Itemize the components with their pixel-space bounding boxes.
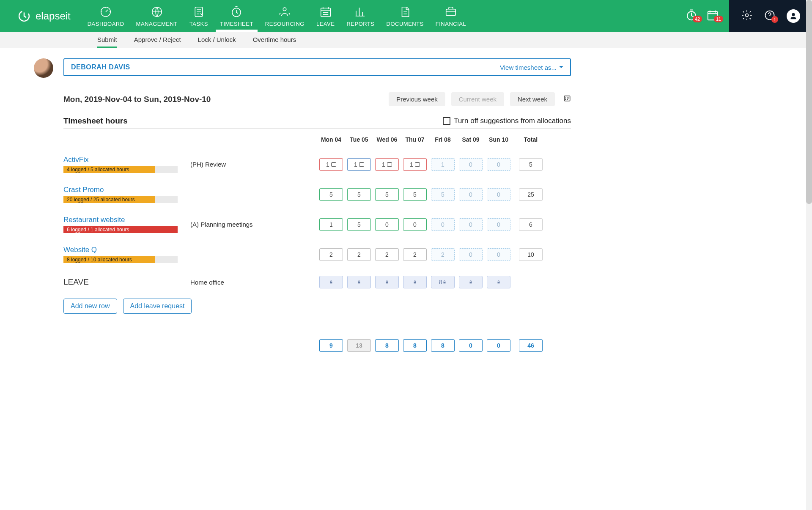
day-sum: 0 xyxy=(487,339,510,352)
nav-tasks[interactable]: TASKS xyxy=(189,5,208,30)
nav-leave[interactable]: LEAVE xyxy=(316,5,335,30)
hour-cell[interactable]: 2 xyxy=(319,248,343,261)
hour-cell[interactable]: 1 xyxy=(403,158,427,171)
project-link[interactable]: ActivFix xyxy=(63,156,89,164)
hour-cell[interactable]: 5 xyxy=(431,188,455,201)
hour-cell[interactable]: 2 xyxy=(375,248,399,261)
nav-resourcing[interactable]: RESOURCING xyxy=(265,5,304,30)
topbar-dark-zone: 1 xyxy=(729,0,812,32)
subtab-overtime-hours[interactable]: Overtime hours xyxy=(253,33,296,48)
hour-cell[interactable]: 0 xyxy=(403,218,427,231)
hour-cell[interactable]: 0 xyxy=(487,158,510,171)
hour-cell[interactable]: 1 xyxy=(375,158,399,171)
hour-cell[interactable]: 0 xyxy=(487,218,510,231)
nav-label: MANAGEMENT xyxy=(136,21,178,27)
hour-cell[interactable]: 0 xyxy=(487,188,510,201)
hour-cell[interactable]: 2 xyxy=(431,248,455,261)
view-timesheet-as-dropdown[interactable]: View timesheet as... xyxy=(500,64,563,71)
nav-label: DASHBOARD xyxy=(88,21,124,27)
day-header: Mon 04 xyxy=(317,136,345,143)
day-sum: 8 xyxy=(403,339,427,352)
brand-text: elapseit xyxy=(36,10,71,22)
day-header: Wed 06 xyxy=(373,136,401,143)
nav-reports[interactable]: REPORTS xyxy=(346,5,374,30)
subtab-approve-reject[interactable]: Approve / Reject xyxy=(134,33,181,48)
scrollbar[interactable] xyxy=(806,0,812,377)
svg-rect-15 xyxy=(568,98,569,99)
hour-cell[interactable]: 1 xyxy=(347,158,371,171)
suggestions-checkbox[interactable]: Turn off suggestions from allocations xyxy=(443,117,571,125)
timer-icon[interactable]: 42 xyxy=(685,9,698,23)
nav-label: TIMESHEET xyxy=(220,21,253,27)
nav-documents[interactable]: DOCUMENTS xyxy=(387,5,424,30)
nav-label: FINANCIAL xyxy=(436,21,466,27)
allocation-bar: 20 logged / 25 allocated hours xyxy=(63,196,178,203)
hour-cell[interactable]: 0 xyxy=(375,218,399,231)
project-link[interactable]: Website Q xyxy=(63,246,97,254)
nav-dashboard[interactable]: DASHBOARD xyxy=(88,5,124,30)
hour-cell[interactable]: 5 xyxy=(347,188,371,201)
hour-cell[interactable]: 2 xyxy=(403,248,427,261)
leave-cell xyxy=(319,276,343,288)
help-icon[interactable]: 1 xyxy=(764,9,776,23)
row-total: 10 xyxy=(519,248,543,261)
hour-cell[interactable]: 5 xyxy=(375,188,399,201)
hour-cell[interactable]: 0 xyxy=(487,248,510,261)
project-link[interactable]: Crast Promo xyxy=(63,186,104,194)
phase-label: (PH) Review xyxy=(190,161,317,168)
user-menu-icon[interactable] xyxy=(787,9,800,23)
subtab-submit[interactable]: Submit xyxy=(97,33,117,48)
checkbox-icon xyxy=(443,117,450,125)
hour-cell[interactable]: 0 xyxy=(459,158,483,171)
svg-point-5 xyxy=(283,8,287,11)
add-leave-request-button[interactable]: Add leave request xyxy=(123,299,192,314)
day-header: Thu 07 xyxy=(401,136,429,143)
leave-cell: 8 xyxy=(431,276,455,288)
user-box: DEBORAH DAVIS View timesheet as... xyxy=(63,58,571,76)
topbar: elapseit DASHBOARDMANAGEMENTTASKSTIMESHE… xyxy=(0,0,812,32)
next-week-button[interactable]: Next week xyxy=(510,92,555,106)
hour-cell[interactable]: 5 xyxy=(403,188,427,201)
hour-cell[interactable]: 0 xyxy=(431,218,455,231)
row-total: 25 xyxy=(519,188,543,201)
leave-label: LEAVE xyxy=(63,277,190,287)
hour-cell[interactable]: 0 xyxy=(459,248,483,261)
current-week-button[interactable]: Current week xyxy=(451,92,504,106)
allocation-bar: 6 logged / 1 allocated hours xyxy=(63,226,178,233)
svg-rect-7 xyxy=(446,9,456,16)
hour-cell[interactable]: 5 xyxy=(319,188,343,201)
row-total: 6 xyxy=(519,218,543,231)
svg-rect-17 xyxy=(567,99,568,100)
user-avatar[interactable] xyxy=(34,58,53,78)
topbar-right: 42 11 1 xyxy=(675,0,812,32)
settings-icon[interactable] xyxy=(741,9,753,23)
subtab-lock-unlock[interactable]: Lock / Unlock xyxy=(198,33,236,48)
nav-timesheet[interactable]: TIMESHEET xyxy=(220,5,253,30)
svg-rect-13 xyxy=(565,98,566,99)
section-title: Timesheet hours xyxy=(63,116,128,126)
leave-cell xyxy=(459,276,483,288)
add-new-row-button[interactable]: Add new row xyxy=(63,299,117,314)
hour-cell[interactable]: 1 xyxy=(319,218,343,231)
hour-cell[interactable]: 1 xyxy=(431,158,455,171)
nav-management[interactable]: MANAGEMENT xyxy=(136,5,178,30)
project-link[interactable]: Restaurant website xyxy=(63,216,125,224)
day-header: Sat 09 xyxy=(457,136,485,143)
calendar-notif-icon[interactable]: 11 xyxy=(706,9,719,23)
svg-rect-14 xyxy=(567,98,568,99)
hour-cell[interactable]: 0 xyxy=(459,218,483,231)
leave-cell xyxy=(487,276,510,288)
hour-cell[interactable]: 0 xyxy=(459,188,483,201)
nav-label: LEAVE xyxy=(316,21,335,27)
previous-week-button[interactable]: Previous week xyxy=(389,92,445,106)
day-header: Fri 08 xyxy=(429,136,457,143)
hour-cell[interactable]: 5 xyxy=(347,218,371,231)
hour-cell[interactable]: 1 xyxy=(319,158,343,171)
nav-label: DOCUMENTS xyxy=(387,21,424,27)
calendar-picker-icon[interactable] xyxy=(563,94,571,104)
hour-cell[interactable]: 2 xyxy=(347,248,371,261)
suggestions-label: Turn off suggestions from allocations xyxy=(454,117,571,125)
brand[interactable]: elapseit xyxy=(0,0,83,32)
leave-phase: Home office xyxy=(190,279,317,286)
nav-financial[interactable]: FINANCIAL xyxy=(436,5,466,30)
